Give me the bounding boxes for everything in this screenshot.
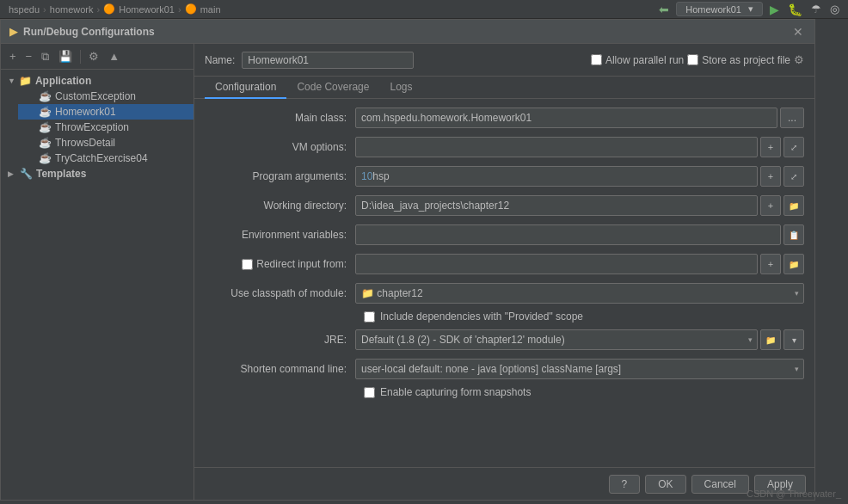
tab-logs[interactable]: Logs: [379, 77, 422, 99]
program-args-row: Program arguments: 10 hsp + ⤢: [205, 164, 804, 188]
prog-args-expand-button[interactable]: +: [760, 166, 781, 187]
tree-item-throwsdetail[interactable]: ☕ ThrowsDetail: [18, 135, 194, 151]
include-deps-checkbox[interactable]: [364, 311, 375, 323]
jre-select[interactable]: Default (1.8 (2) - SDK of 'chapter12' mo…: [355, 329, 758, 350]
allow-parallel-checkbox[interactable]: [591, 54, 602, 65]
working-dir-input[interactable]: [355, 195, 758, 216]
breadcrumb-main[interactable]: main: [200, 4, 221, 15]
close-button[interactable]: ✕: [790, 24, 806, 40]
settings-button[interactable]: ⚙: [85, 48, 102, 65]
breadcrumb-homework[interactable]: homework: [50, 4, 94, 15]
env-vars-browse-button[interactable]: 📋: [783, 224, 804, 245]
dialog-title-icon: ▶: [9, 25, 18, 38]
templates-section[interactable]: ▶ 🔧 Templates: [1, 166, 194, 181]
env-vars-label: Environment variables:: [205, 229, 355, 241]
working-dir-row: Working directory: + 📁: [205, 194, 804, 218]
dialog-body: + − ⧉ 💾 ⚙ ▲ ▼ 📁 Application ☕: [1, 44, 814, 500]
include-deps-label: Include dependencies with "Provided" sco…: [380, 310, 583, 323]
working-dir-label: Working directory:: [205, 200, 355, 212]
store-as-project-checkbox[interactable]: [687, 54, 698, 65]
name-input[interactable]: [242, 52, 414, 69]
vm-options-input[interactable]: [355, 137, 758, 157]
config-tabs: Configuration Code Coverage Logs: [194, 77, 814, 99]
remove-config-button[interactable]: −: [22, 48, 36, 65]
capturing-checkbox[interactable]: [364, 387, 375, 398]
redirect-input-row: Redirect input from: + 📁: [205, 252, 804, 276]
left-toolbar: + − ⧉ 💾 ⚙ ▲: [1, 44, 194, 70]
back-arrow-icon[interactable]: ⬅: [659, 3, 669, 16]
coverage-icon[interactable]: ☂: [811, 3, 821, 15]
jre-browse-button[interactable]: 📁: [760, 329, 781, 350]
config-form: Main class: ... VM options: + ⤢: [194, 99, 814, 467]
classpath-label: Use classpath of module:: [205, 287, 355, 299]
profile-icon[interactable]: ◎: [830, 3, 839, 15]
shorten-cmd-label: Shorten command line:: [205, 363, 355, 375]
jre-row: JRE: Default (1.8 (2) - SDK of 'chapter1…: [205, 328, 804, 352]
tab-configuration[interactable]: Configuration: [205, 77, 286, 99]
program-args-label: Program arguments:: [205, 170, 355, 182]
run-debug-dialog: ▶ Run/Debug Configurations ✕ + − ⧉ 💾 ⚙ ▲…: [0, 19, 815, 501]
main-class-label: Main class:: [205, 112, 355, 124]
application-label: Application: [35, 75, 91, 87]
application-section[interactable]: ▼ 📁 Application: [1, 73, 194, 89]
application-icon: 📁: [19, 75, 32, 87]
arrow-1: ›: [43, 4, 46, 15]
java-file-icon-4: ☕: [39, 152, 52, 164]
arrow-2: ›: [97, 4, 101, 15]
save-config-button[interactable]: 💾: [55, 48, 76, 65]
shorten-cmd-select[interactable]: user-local default: none - java [options…: [355, 359, 804, 379]
redirect-checkbox[interactable]: [242, 259, 253, 270]
left-panel: + − ⧉ 💾 ⚙ ▲ ▼ 📁 Application ☕: [1, 44, 194, 500]
working-dir-browse-button[interactable]: 📁: [783, 195, 804, 216]
redirect-browse-button[interactable]: 📁: [783, 254, 804, 274]
main-class-input[interactable]: [355, 108, 777, 128]
main-class-control: ...: [355, 108, 804, 128]
program-args-display[interactable]: 10 hsp: [355, 166, 758, 187]
top-bar: hspedu › homework › 🟠 Homework01 › 🟠 mai…: [0, 0, 848, 19]
tree-item-label-0: CustomException: [55, 90, 136, 102]
prog-args-num: 10: [361, 170, 372, 182]
run-config-label: Homework01: [685, 4, 741, 15]
main-class-browse-button[interactable]: ...: [780, 108, 804, 128]
prog-args-external-button[interactable]: ⤢: [783, 166, 804, 187]
redirect-expand-button[interactable]: +: [760, 254, 781, 274]
env-vars-input[interactable]: [355, 224, 781, 245]
add-config-button[interactable]: +: [6, 48, 20, 65]
vm-options-expand-button[interactable]: +: [760, 137, 781, 157]
top-bar-right: ⬅ Homework01 ▾ ▶ 🐛 ☂ ◎: [657, 2, 841, 16]
java-file-icon-1: ☕: [39, 106, 52, 118]
cancel-button[interactable]: Cancel: [691, 475, 749, 494]
ok-button[interactable]: OK: [645, 475, 685, 494]
vm-options-row: VM options: + ⤢: [205, 135, 804, 159]
copy-config-button[interactable]: ⧉: [38, 48, 52, 65]
breadcrumb-homework01[interactable]: Homework01: [119, 4, 175, 15]
debug-icon[interactable]: 🐛: [788, 3, 802, 16]
vm-options-external-button[interactable]: ⤢: [783, 137, 804, 157]
tree-item-customexception[interactable]: ☕ CustomException: [18, 89, 194, 104]
templates-icon: 🔧: [20, 168, 33, 180]
working-dir-control: + 📁: [355, 195, 804, 216]
help-button[interactable]: ?: [609, 475, 641, 494]
dialog-title: Run/Debug Configurations: [23, 26, 155, 38]
jre-select-wrapper: Default (1.8 (2) - SDK of 'chapter12' mo…: [355, 329, 758, 350]
program-args-control: 10 hsp + ⤢: [355, 166, 804, 187]
tab-code-coverage[interactable]: Code Coverage: [286, 77, 379, 99]
redirect-input[interactable]: [355, 254, 758, 274]
redirect-input-label: Redirect input from:: [256, 258, 347, 270]
tree-item-homework01[interactable]: ☕ Homework01: [18, 104, 194, 120]
tree-item-throwexception[interactable]: ☕ ThrowException: [18, 120, 194, 135]
move-up-button[interactable]: ▲: [105, 48, 123, 65]
run-icon[interactable]: ▶: [770, 3, 779, 16]
run-config-dropdown[interactable]: Homework01 ▾: [676, 2, 763, 16]
java-file-icon-0: ☕: [39, 90, 52, 102]
shorten-cmd-row: Shorten command line: user-local default…: [205, 357, 804, 381]
tree-item-trycatch[interactable]: ☕ TryCatchExercise04: [18, 151, 194, 166]
options-settings-icon[interactable]: ⚙: [794, 53, 804, 66]
classpath-select[interactable]: 📁 chapter12: [355, 283, 804, 304]
arrow-3: ›: [178, 4, 181, 15]
jre-dropdown-button[interactable]: ▾: [783, 329, 804, 350]
env-vars-control: 📋: [355, 224, 804, 245]
dialog-footer: ? OK Cancel Apply: [194, 467, 814, 500]
working-dir-expand-button[interactable]: +: [760, 195, 781, 216]
breadcrumb-hspedu[interactable]: hspedu: [9, 4, 40, 15]
